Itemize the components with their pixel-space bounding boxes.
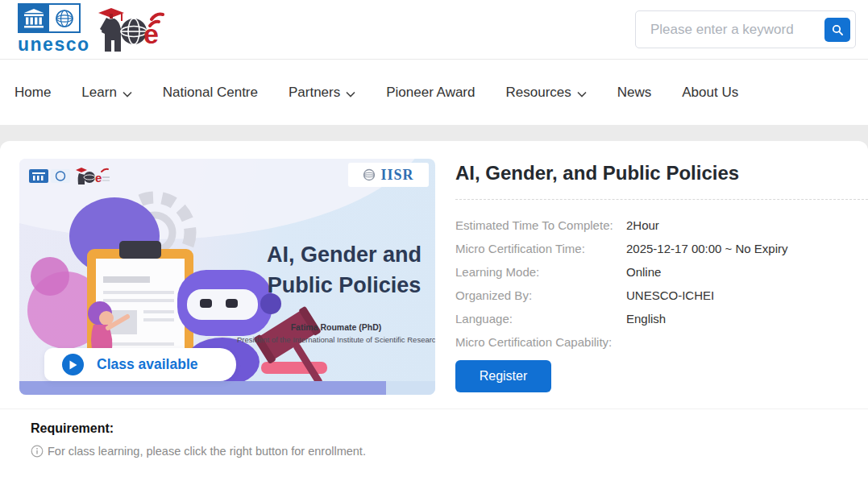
info-row: Learning Mode: Online bbox=[455, 260, 868, 284]
info-value: Online bbox=[626, 265, 868, 279]
cover-title: AI, Gender and Public Policies bbox=[257, 239, 431, 301]
info-value: 2Hour bbox=[626, 218, 868, 232]
info-value: English bbox=[626, 312, 868, 326]
search-input[interactable] bbox=[636, 11, 821, 48]
author-affiliation: President of the International Institute… bbox=[237, 335, 435, 344]
info-value: UNESCO-ICHEI bbox=[626, 288, 868, 302]
nav-item-about-us[interactable]: About Us bbox=[682, 85, 738, 101]
nav-item-national-centre[interactable]: National Centre bbox=[163, 85, 258, 101]
course-info-panel: AI, Gender, and Public Policies Estimate… bbox=[455, 141, 868, 481]
search-button[interactable] bbox=[824, 18, 850, 42]
unesco-logo[interactable]: unesco bbox=[18, 3, 90, 56]
content-background: e IISR AI, Ge bbox=[0, 125, 868, 481]
info-label: Micro Certification Time: bbox=[455, 242, 626, 255]
iisr-globe-icon bbox=[363, 168, 376, 181]
iisr-wordmark: IISR bbox=[380, 167, 413, 184]
logo-group: unesco e bbox=[18, 3, 164, 60]
search-box bbox=[635, 10, 856, 48]
requirement-section: Requirement: For class learning, please … bbox=[0, 408, 868, 409]
register-button[interactable]: Register bbox=[455, 360, 551, 392]
chevron-down-icon bbox=[577, 91, 587, 97]
ipoe-mini-logo: e bbox=[75, 167, 110, 186]
info-label: Organized By: bbox=[455, 288, 626, 302]
nav-item-partners[interactable]: Partners bbox=[289, 85, 355, 101]
play-icon bbox=[62, 354, 84, 375]
info-value: 2025-12-17 00:00 ~ No Expiry bbox=[626, 242, 868, 255]
cover-author: Fatima Roumate (PhD) President of the In… bbox=[237, 322, 435, 344]
course-cover[interactable]: e IISR AI, Ge bbox=[19, 159, 435, 395]
svg-text:e: e bbox=[95, 171, 102, 185]
search-icon bbox=[832, 24, 843, 35]
info-row: Micro Certification Capability: bbox=[455, 330, 868, 354]
unesco-mini-logo bbox=[29, 169, 71, 184]
requirement-note: For class learning, please click the rig… bbox=[31, 445, 366, 458]
unesco-logo-squares bbox=[18, 3, 90, 33]
info-label: Language: bbox=[455, 312, 626, 326]
nav-item-pioneer-award[interactable]: Pioneer Award bbox=[386, 85, 475, 101]
class-available-label: Class available bbox=[97, 356, 198, 373]
info-row: Language: English bbox=[455, 307, 868, 330]
author-name: Fatima Roumate (PhD) bbox=[237, 322, 435, 332]
info-label: Micro Certification Capability: bbox=[455, 335, 626, 349]
unesco-wordmark: unesco bbox=[18, 34, 90, 56]
info-label: Learning Mode: bbox=[455, 265, 626, 279]
info-row: Micro Certification Time: 2025-12-17 00:… bbox=[455, 237, 868, 260]
main-nav: Home Learn National Centre Partners Pion… bbox=[0, 60, 868, 125]
info-row: Estimated Time To Complete: 2Hour bbox=[455, 214, 868, 237]
requirement-heading: Requirement: bbox=[31, 421, 114, 436]
info-icon bbox=[31, 445, 44, 458]
page: unesco e bbox=[0, 0, 868, 481]
site-header: unesco e bbox=[0, 0, 868, 60]
nav-item-learn[interactable]: Learn bbox=[81, 85, 131, 101]
chevron-down-icon bbox=[346, 91, 355, 97]
ipoe-logo[interactable]: e bbox=[95, 5, 164, 60]
nav-item-home[interactable]: Home bbox=[15, 85, 51, 101]
ichei-globe-icon bbox=[49, 3, 81, 33]
nav-item-news[interactable]: News bbox=[617, 85, 652, 101]
requirement-note-text: For class learning, please click the rig… bbox=[48, 445, 366, 458]
unesco-temple-icon bbox=[18, 3, 49, 33]
page-title: AI, Gender, and Public Policies bbox=[455, 162, 739, 185]
nav-item-resources[interactable]: Resources bbox=[505, 85, 586, 101]
info-label: Estimated Time To Complete: bbox=[455, 218, 626, 232]
cover-mini-logos: e bbox=[29, 167, 110, 186]
class-available-badge[interactable]: Class available bbox=[44, 348, 236, 381]
divider bbox=[455, 199, 868, 200]
chevron-down-icon bbox=[123, 91, 132, 97]
info-row: Organized By: UNESCO-ICHEI bbox=[455, 284, 868, 307]
course-info-rows: Estimated Time To Complete: 2Hour Micro … bbox=[455, 214, 868, 354]
iisr-logo: IISR bbox=[348, 163, 429, 187]
main-card: e IISR AI, Ge bbox=[0, 141, 868, 481]
